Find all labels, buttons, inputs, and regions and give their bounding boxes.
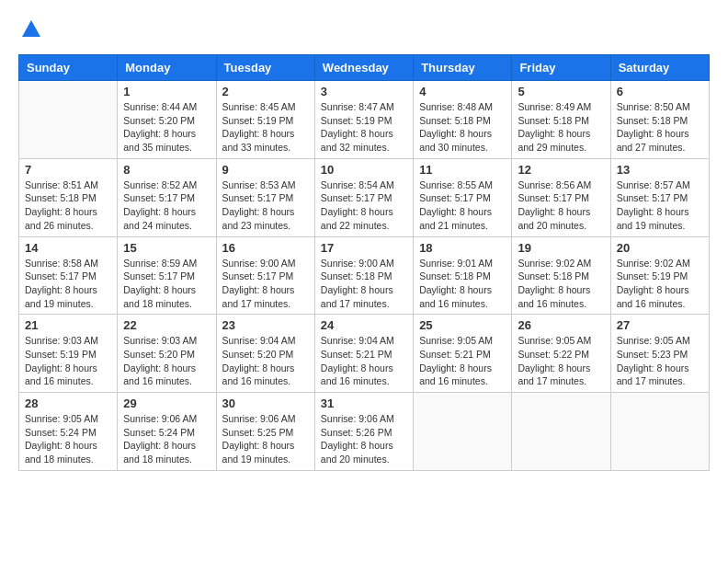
day-number: 7 (25, 163, 111, 177)
calendar-cell: 28Sunrise: 9:05 AM Sunset: 5:24 PM Dayli… (19, 393, 118, 471)
header-wednesday: Wednesday (314, 55, 413, 81)
calendar-cell: 3Sunrise: 8:47 AM Sunset: 5:19 PM Daylig… (314, 81, 413, 159)
calendar-cell: 22Sunrise: 9:03 AM Sunset: 5:20 PM Dayli… (118, 315, 216, 393)
calendar-cell: 14Sunrise: 8:58 AM Sunset: 5:17 PM Dayli… (19, 236, 118, 315)
day-info: Sunrise: 9:05 AM Sunset: 5:23 PM Dayligh… (617, 334, 703, 388)
calendar-cell: 30Sunrise: 9:06 AM Sunset: 5:25 PM Dayli… (216, 393, 314, 471)
day-info: Sunrise: 9:06 AM Sunset: 5:25 PM Dayligh… (222, 412, 309, 466)
calendar-cell: 29Sunrise: 9:06 AM Sunset: 5:24 PM Dayli… (118, 393, 216, 471)
calendar-cell: 24Sunrise: 9:04 AM Sunset: 5:21 PM Dayli… (314, 315, 413, 393)
calendar-cell: 10Sunrise: 8:54 AM Sunset: 5:17 PM Dayli… (314, 158, 413, 236)
calendar-week-2: 7Sunrise: 8:51 AM Sunset: 5:18 PM Daylig… (19, 158, 710, 236)
calendar-cell: 25Sunrise: 9:05 AM Sunset: 5:21 PM Dayli… (414, 315, 512, 393)
page-header (18, 18, 710, 45)
day-number: 3 (321, 85, 407, 98)
day-info: Sunrise: 8:56 AM Sunset: 5:17 PM Dayligh… (518, 178, 604, 233)
day-info: Sunrise: 9:05 AM Sunset: 5:21 PM Dayligh… (419, 334, 506, 388)
day-number: 18 (419, 241, 506, 255)
header-thursday: Thursday (414, 55, 512, 81)
day-number: 4 (419, 85, 506, 98)
day-info: Sunrise: 8:45 AM Sunset: 5:19 PM Dayligh… (222, 100, 309, 155)
calendar-cell: 20Sunrise: 9:02 AM Sunset: 5:19 PM Dayli… (610, 236, 709, 315)
day-number: 30 (222, 396, 309, 410)
calendar-cell: 23Sunrise: 9:04 AM Sunset: 5:20 PM Dayli… (216, 315, 314, 393)
day-info: Sunrise: 9:04 AM Sunset: 5:20 PM Dayligh… (222, 334, 309, 388)
calendar-cell: 15Sunrise: 8:59 AM Sunset: 5:17 PM Dayli… (118, 236, 216, 315)
day-info: Sunrise: 9:01 AM Sunset: 5:18 PM Dayligh… (419, 257, 506, 311)
calendar-cell: 12Sunrise: 8:56 AM Sunset: 5:17 PM Dayli… (512, 158, 610, 236)
calendar-cell (512, 393, 610, 471)
day-number: 29 (123, 396, 210, 410)
calendar-header-row: SundayMondayTuesdayWednesdayThursdayFrid… (19, 55, 710, 81)
calendar-week-4: 21Sunrise: 9:03 AM Sunset: 5:19 PM Dayli… (19, 315, 710, 393)
day-number: 28 (25, 396, 111, 410)
day-info: Sunrise: 9:05 AM Sunset: 5:22 PM Dayligh… (518, 334, 604, 388)
calendar-cell (414, 393, 512, 471)
calendar-cell: 19Sunrise: 9:02 AM Sunset: 5:18 PM Dayli… (512, 236, 610, 315)
day-number: 19 (518, 241, 604, 255)
day-info: Sunrise: 8:47 AM Sunset: 5:19 PM Dayligh… (321, 100, 407, 155)
logo (18, 18, 42, 45)
day-info: Sunrise: 9:02 AM Sunset: 5:19 PM Dayligh… (617, 257, 703, 311)
day-number: 1 (123, 85, 210, 98)
day-info: Sunrise: 9:03 AM Sunset: 5:20 PM Dayligh… (123, 334, 210, 388)
day-info: Sunrise: 8:53 AM Sunset: 5:17 PM Dayligh… (222, 178, 309, 233)
calendar-cell: 16Sunrise: 9:00 AM Sunset: 5:17 PM Dayli… (216, 236, 314, 315)
day-info: Sunrise: 9:00 AM Sunset: 5:17 PM Dayligh… (222, 257, 309, 311)
day-number: 22 (123, 318, 210, 332)
day-number: 25 (419, 318, 506, 332)
calendar-cell: 9Sunrise: 8:53 AM Sunset: 5:17 PM Daylig… (216, 158, 314, 236)
day-info: Sunrise: 9:06 AM Sunset: 5:24 PM Dayligh… (123, 412, 210, 466)
calendar-cell: 6Sunrise: 8:50 AM Sunset: 5:18 PM Daylig… (610, 81, 709, 159)
day-info: Sunrise: 8:55 AM Sunset: 5:17 PM Dayligh… (419, 178, 506, 233)
calendar-cell: 4Sunrise: 8:48 AM Sunset: 5:18 PM Daylig… (414, 81, 512, 159)
day-info: Sunrise: 8:54 AM Sunset: 5:17 PM Dayligh… (321, 178, 407, 233)
day-info: Sunrise: 9:06 AM Sunset: 5:26 PM Dayligh… (321, 412, 407, 466)
calendar-cell: 1Sunrise: 8:44 AM Sunset: 5:20 PM Daylig… (118, 81, 216, 159)
day-number: 23 (222, 318, 309, 332)
day-info: Sunrise: 8:49 AM Sunset: 5:18 PM Dayligh… (518, 100, 604, 155)
calendar-cell: 27Sunrise: 9:05 AM Sunset: 5:23 PM Dayli… (610, 315, 709, 393)
calendar-cell: 31Sunrise: 9:06 AM Sunset: 5:26 PM Dayli… (314, 393, 413, 471)
day-number: 2 (222, 85, 309, 98)
calendar-cell (19, 81, 118, 159)
day-number: 6 (617, 85, 703, 98)
day-number: 13 (617, 163, 703, 177)
day-number: 26 (518, 318, 604, 332)
day-info: Sunrise: 8:58 AM Sunset: 5:17 PM Dayligh… (25, 257, 111, 311)
day-info: Sunrise: 8:59 AM Sunset: 5:17 PM Dayligh… (123, 257, 210, 311)
calendar-week-3: 14Sunrise: 8:58 AM Sunset: 5:17 PM Dayli… (19, 236, 710, 315)
calendar-cell: 8Sunrise: 8:52 AM Sunset: 5:17 PM Daylig… (118, 158, 216, 236)
day-number: 8 (123, 163, 210, 177)
day-info: Sunrise: 8:52 AM Sunset: 5:17 PM Dayligh… (123, 178, 210, 233)
day-number: 21 (25, 318, 111, 332)
day-number: 24 (321, 318, 407, 332)
day-info: Sunrise: 9:00 AM Sunset: 5:18 PM Dayligh… (321, 257, 407, 311)
day-number: 11 (419, 163, 506, 177)
calendar-cell: 21Sunrise: 9:03 AM Sunset: 5:19 PM Dayli… (19, 315, 118, 393)
header-saturday: Saturday (610, 55, 709, 81)
day-info: Sunrise: 9:05 AM Sunset: 5:24 PM Dayligh… (25, 412, 111, 466)
day-number: 12 (518, 163, 604, 177)
day-number: 17 (321, 241, 407, 255)
day-number: 14 (25, 241, 111, 255)
day-number: 16 (222, 241, 309, 255)
svg-marker-0 (22, 20, 40, 37)
calendar-cell: 18Sunrise: 9:01 AM Sunset: 5:18 PM Dayli… (414, 236, 512, 315)
day-number: 5 (518, 85, 604, 98)
calendar-cell: 26Sunrise: 9:05 AM Sunset: 5:22 PM Dayli… (512, 315, 610, 393)
calendar-week-1: 1Sunrise: 8:44 AM Sunset: 5:20 PM Daylig… (19, 81, 710, 159)
calendar-week-5: 28Sunrise: 9:05 AM Sunset: 5:24 PM Dayli… (19, 393, 710, 471)
calendar-cell (610, 393, 709, 471)
logo-text (18, 18, 42, 45)
day-info: Sunrise: 9:02 AM Sunset: 5:18 PM Dayligh… (518, 257, 604, 311)
calendar-table: SundayMondayTuesdayWednesdayThursdayFrid… (18, 54, 710, 471)
header-sunday: Sunday (19, 55, 118, 81)
day-number: 27 (617, 318, 703, 332)
calendar-cell: 13Sunrise: 8:57 AM Sunset: 5:17 PM Dayli… (610, 158, 709, 236)
day-info: Sunrise: 8:50 AM Sunset: 5:18 PM Dayligh… (617, 100, 703, 155)
calendar-cell: 11Sunrise: 8:55 AM Sunset: 5:17 PM Dayli… (414, 158, 512, 236)
day-info: Sunrise: 8:44 AM Sunset: 5:20 PM Dayligh… (123, 100, 210, 155)
day-info: Sunrise: 8:51 AM Sunset: 5:18 PM Dayligh… (25, 178, 111, 233)
day-info: Sunrise: 9:03 AM Sunset: 5:19 PM Dayligh… (25, 334, 111, 388)
